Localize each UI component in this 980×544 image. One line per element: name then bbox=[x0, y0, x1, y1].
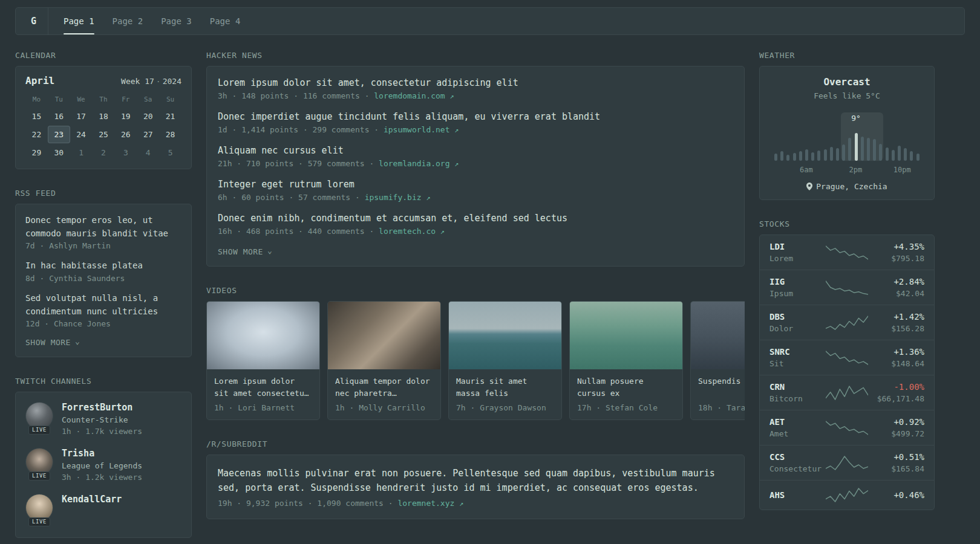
stock-row[interactable]: IIG Ipsum +2.84% $42.04 bbox=[760, 270, 934, 305]
hn-item-domain-link[interactable]: loremlandia.org ↗ bbox=[379, 159, 459, 168]
nav-tabs: Page 1Page 2Page 3Page 4 bbox=[54, 8, 249, 34]
hn-item-title[interactable]: Aliquam nec cursus elit bbox=[218, 145, 733, 156]
rss-item[interactable]: Donec tempor eros leo, ut commodo mauris… bbox=[25, 214, 181, 250]
hn-item: Aliquam nec cursus elit 21h · 710 points… bbox=[218, 145, 733, 168]
weather-bar bbox=[836, 148, 839, 161]
calendar-day-selected[interactable]: 23 bbox=[48, 126, 70, 143]
weather-bar bbox=[811, 152, 814, 161]
stock-values: +4.35% $795.18 bbox=[869, 242, 924, 263]
calendar-section-title: CALENDAR bbox=[15, 51, 192, 60]
calendar-day[interactable]: 5 bbox=[159, 144, 181, 161]
video-card[interactable]: Lorem ipsum dolor sit amet consectetu… 1… bbox=[206, 301, 320, 420]
stock-row[interactable]: AHS +0.46% bbox=[760, 480, 934, 510]
weather-bars bbox=[774, 129, 920, 161]
hn-item-title[interactable]: Donec imperdiet augue tincidunt felis al… bbox=[218, 111, 733, 122]
calendar-day[interactable]: 3 bbox=[114, 144, 137, 161]
hn-item-domain-link[interactable]: ipsumify.biz ↗ bbox=[365, 193, 431, 202]
twitch-channel-game: Counter-Strike bbox=[62, 415, 142, 424]
calendar-day[interactable]: 1 bbox=[70, 144, 93, 161]
calendar-day[interactable]: 28 bbox=[159, 126, 181, 143]
calendar-day[interactable]: 19 bbox=[114, 108, 137, 125]
weather-location-row[interactable]: Prague, Czechia bbox=[769, 182, 924, 191]
stock-name: Ipsum bbox=[769, 289, 825, 298]
stock-price: $42.04 bbox=[869, 289, 924, 298]
video-card[interactable]: Mauris sit amet massa felis 7h · Grayson… bbox=[448, 301, 562, 420]
twitch-channel[interactable]: LIVE ForrestBurton Counter-Strike 1h · 1… bbox=[25, 402, 181, 436]
stock-id: CRN Bitcorn bbox=[769, 382, 825, 403]
subreddit-section-title: /R/SUBREDDIT bbox=[206, 439, 745, 448]
stock-name: Sit bbox=[769, 359, 825, 368]
video-title: Nullam posuere cursus ex bbox=[577, 375, 675, 400]
twitch-channel[interactable]: LIVE Trisha League of Legends 3h · 1.2k … bbox=[25, 448, 181, 482]
subreddit-post-title[interactable]: Maecenas mollis pulvinar erat non posuer… bbox=[218, 466, 733, 495]
stock-row[interactable]: CRN Bitcorn -1.00% $66,171.48 bbox=[760, 375, 934, 410]
external-link-icon: ↗ bbox=[454, 126, 459, 134]
twitch-channel-name: ForrestBurton bbox=[62, 402, 142, 413]
calendar-day[interactable]: 26 bbox=[114, 126, 137, 143]
rss-item[interactable]: Sed volutpat nulla nisl, a condimentum n… bbox=[25, 292, 181, 328]
calendar-day[interactable]: 16 bbox=[48, 108, 70, 125]
hn-show-more-button[interactable]: SHOW MORE ⌄ bbox=[218, 247, 272, 256]
video-meta: 18h · Tara bbox=[698, 403, 745, 412]
weather-bar bbox=[910, 151, 913, 161]
nav-tab[interactable]: Page 3 bbox=[152, 8, 201, 34]
show-more-label: SHOW MORE bbox=[25, 338, 71, 347]
stock-row[interactable]: SNRC Sit +1.36% $148.64 bbox=[760, 340, 934, 375]
hn-item-domain-link[interactable]: loremtech.co ↗ bbox=[379, 227, 445, 236]
video-card[interactable]: Suspendis diam 18h · Tara bbox=[690, 301, 745, 420]
calendar-day[interactable]: 30 bbox=[48, 144, 70, 161]
calendar-day[interactable]: 27 bbox=[137, 126, 159, 143]
stock-row[interactable]: CCS Consectetur +0.51% $165.84 bbox=[760, 445, 934, 480]
weather-bar bbox=[786, 155, 789, 161]
calendar-day[interactable]: 21 bbox=[159, 108, 181, 125]
rss-show-more-button[interactable]: SHOW MORE ⌄ bbox=[25, 338, 80, 347]
hn-item-title[interactable]: Donec enim nibh, condimentum et accumsan… bbox=[218, 213, 733, 224]
middle-column: HACKER NEWS Lorem ipsum dolor sit amet, … bbox=[206, 35, 745, 519]
calendar-day[interactable]: 15 bbox=[25, 108, 48, 125]
stock-id: IIG Ipsum bbox=[769, 277, 825, 298]
nav-tab[interactable]: Page 2 bbox=[103, 8, 152, 34]
video-card[interactable]: Aliquam tempor dolor nec pharetra… 1h · … bbox=[327, 301, 441, 420]
twitch-channel[interactable]: LIVE KendallCarr bbox=[25, 494, 181, 525]
stock-values: -1.00% $66,171.48 bbox=[869, 382, 924, 403]
nav-tab[interactable]: Page 4 bbox=[201, 8, 250, 34]
stock-row[interactable]: AET Amet +0.92% $499.72 bbox=[760, 410, 934, 445]
video-card[interactable]: Nullam posuere cursus ex 17h · Stefan Co… bbox=[569, 301, 683, 420]
stock-name: Amet bbox=[769, 429, 825, 438]
stock-row[interactable]: LDI Lorem +4.35% $795.18 bbox=[760, 235, 934, 270]
stock-ticker: AHS bbox=[769, 490, 825, 500]
stock-id: AET Amet bbox=[769, 417, 825, 438]
top-nav-bar: G Page 1Page 2Page 3Page 4 bbox=[15, 7, 965, 35]
hn-item-title[interactable]: Integer eget rutrum lorem bbox=[218, 179, 733, 190]
calendar-day[interactable]: 22 bbox=[25, 126, 48, 143]
stock-name: Bitcorn bbox=[769, 394, 825, 403]
subreddit-post-domain-link[interactable]: loremnet.xyz ↗ bbox=[397, 499, 463, 508]
calendar-day[interactable]: 2 bbox=[93, 144, 115, 161]
video-card-body: Suspendis diam 18h · Tara bbox=[691, 369, 745, 419]
stock-values: +2.84% $42.04 bbox=[869, 277, 924, 298]
stock-id: SNRC Sit bbox=[769, 347, 825, 368]
video-thumbnail bbox=[328, 302, 440, 369]
calendar-day[interactable]: 20 bbox=[137, 108, 159, 125]
stock-id: CCS Consectetur bbox=[769, 452, 825, 473]
hn-item-domain-link[interactable]: loremdomain.com ↗ bbox=[374, 91, 454, 100]
calendar-day[interactable]: 4 bbox=[137, 144, 159, 161]
calendar-year: 2024 bbox=[163, 77, 181, 86]
hn-item-title[interactable]: Lorem ipsum dolor sit amet, consectetur … bbox=[218, 77, 733, 88]
hn-item-domain-link[interactable]: ipsumworld.net ↗ bbox=[384, 125, 459, 134]
calendar-day[interactable]: 17 bbox=[70, 108, 93, 125]
rss-item[interactable]: In hac habitasse platea 8d · Cynthia Sau… bbox=[25, 259, 181, 283]
calendar-day[interactable]: 25 bbox=[93, 126, 115, 143]
rss-item-title: In hac habitasse platea bbox=[25, 259, 181, 273]
app-logo[interactable]: G bbox=[19, 8, 48, 34]
calendar-day[interactable]: 24 bbox=[70, 126, 93, 143]
video-card-body: Lorem ipsum dolor sit amet consectetu… 1… bbox=[207, 369, 319, 419]
twitch-channel-name: KendallCarr bbox=[62, 494, 122, 505]
calendar-day[interactable]: 29 bbox=[25, 144, 48, 161]
stocks-list: LDI Lorem +4.35% $795.18 IIG Ipsum +2.84… bbox=[760, 235, 934, 510]
stock-sparkline bbox=[826, 350, 868, 366]
stock-row[interactable]: DBS Dolor +1.42% $156.28 bbox=[760, 305, 934, 340]
calendar-day[interactable]: 18 bbox=[93, 108, 115, 125]
stock-change: +1.36% bbox=[869, 347, 924, 357]
nav-tab[interactable]: Page 1 bbox=[54, 8, 103, 34]
